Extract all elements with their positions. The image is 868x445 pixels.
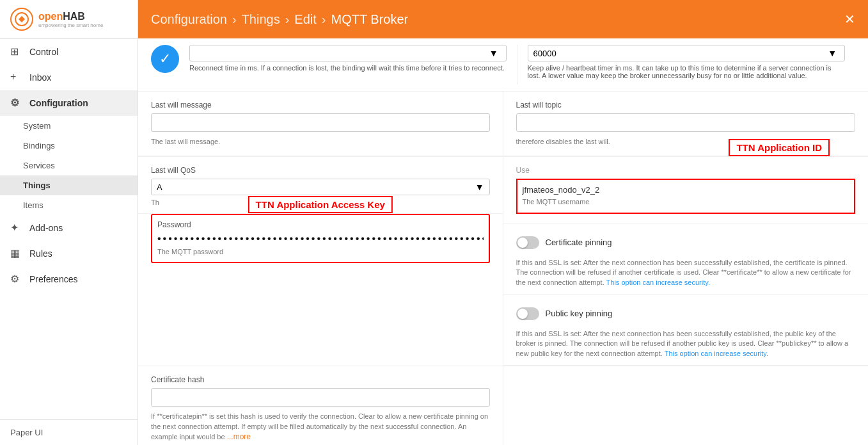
reconnect-help-text: Reconnect time in ms. If a connection is…	[189, 64, 507, 77]
sidebar-item-things[interactable]: Things	[0, 175, 138, 195]
sidebar-nav: ⊞ Control + Inbox ⚙ Configuration System…	[0, 39, 138, 419]
sidebar-item-addons-label: Add-ons	[29, 223, 63, 233]
breadcrumb-things: Things	[242, 12, 280, 27]
pubkey-pinning-label: Public key pinning	[546, 309, 613, 318]
sidebar-item-rules[interactable]: ▦ Rules	[0, 241, 138, 266]
configuration-icon: ⚙	[10, 97, 23, 109]
sidebar-item-bindings[interactable]: Bindings	[0, 136, 138, 156]
pubkey-pinning-toggle-knob	[517, 309, 528, 319]
last-will-message-label: Last will message	[151, 101, 490, 109]
control-icon: ⊞	[10, 45, 23, 58]
inbox-icon: +	[10, 71, 23, 84]
breadcrumb: Configuration › Things › Edit › MQTT Bro…	[151, 12, 408, 27]
sidebar-item-inbox-label: Inbox	[29, 72, 51, 83]
sidebar-item-control-label: Control	[29, 47, 58, 57]
sidebar-item-inbox[interactable]: + Inbox	[0, 65, 138, 90]
breadcrumb-sep-1: ›	[232, 12, 237, 27]
cert-hash-label: Certificate hash	[151, 375, 490, 384]
logo-subtitle: empowering the smart home	[38, 22, 103, 28]
sidebar-footer-paper-ui[interactable]: Paper UI	[0, 419, 138, 445]
content-area: ✓ ▼ Reconnect time in ms. If a connectio…	[138, 38, 868, 445]
password-help: The MQTT password	[157, 247, 484, 257]
ttn-access-key-annotation-label: TTN Application Access Key	[248, 196, 393, 213]
keepalive-help-text: Keep alive / heartbeat timer in ms. It c…	[528, 64, 846, 85]
logo-icon	[10, 8, 33, 31]
sidebar-item-preferences[interactable]: ⚙ Preferences	[0, 266, 138, 292]
cert-pinning-help: If this and SSL is set: After the next c…	[516, 258, 856, 287]
keepalive-value: 60000	[533, 49, 556, 58]
sidebar-item-preferences-label: Preferences	[29, 274, 77, 284]
preferences-icon: ⚙	[10, 273, 23, 286]
username-outer-label: Username	[516, 166, 856, 175]
close-button[interactable]: ✕	[844, 13, 855, 26]
cert-pinning-toggle-knob	[517, 238, 528, 248]
breadcrumb-sep-3: ›	[322, 12, 326, 27]
sidebar-item-rules-label: Rules	[29, 248, 52, 259]
username-value: jfmateos_nodo_v2_2	[523, 185, 849, 195]
cert-pinning-toggle[interactable]	[516, 236, 539, 249]
pubkey-pinning-toggle-row: Public key pinning	[516, 301, 856, 327]
cert-hash-help: If **certificatepin** is set this hash i…	[151, 412, 490, 442]
keepalive-dropdown-button[interactable]: ▼	[825, 48, 839, 58]
pubkey-pinning-link[interactable]: This option can increase security.	[665, 350, 768, 357]
sidebar-item-system[interactable]: System	[0, 116, 138, 136]
logo: openHAB empowering the smart home	[0, 0, 138, 39]
cert-pinning-link[interactable]: This option can increase security.	[606, 279, 710, 286]
reconnect-dropdown-button[interactable]: ▼	[487, 48, 501, 58]
ttn-app-id-annotation-label: TTN Application ID	[729, 139, 830, 156]
last-will-topic-label: Last will topic	[516, 101, 856, 109]
breadcrumb-configuration: Configuration	[151, 12, 227, 27]
cert-hash-input[interactable]	[151, 388, 490, 407]
username-box: jfmateos_nodo_v2_2 The MQTT username	[516, 179, 856, 213]
sidebar-item-configuration-label: Configuration	[29, 98, 88, 108]
main-panel: Configuration › Things › Edit › MQTT Bro…	[138, 0, 868, 445]
last-will-qos-value: A	[157, 182, 162, 192]
last-will-qos-dropdown-button[interactable]: ▼	[475, 182, 484, 192]
breadcrumb-mqtt-broker: MQTT Broker	[331, 12, 408, 27]
cert-pinning-label: Certificate pinning	[546, 238, 612, 247]
last-will-topic-input[interactable]	[516, 113, 856, 132]
pubkey-pinning-help: If this and SSL is set: After the next c…	[516, 329, 856, 359]
sidebar-item-addons[interactable]: ✦ Add-ons	[0, 215, 138, 241]
breadcrumb-sep-2: ›	[285, 12, 290, 27]
page-header: Configuration › Things › Edit › MQTT Bro…	[138, 0, 868, 38]
sidebar-item-services[interactable]: Services	[0, 156, 138, 175]
sidebar-item-configuration[interactable]: ⚙ Configuration	[0, 90, 138, 116]
addons-icon: ✦	[10, 222, 23, 234]
username-help: The MQTT username	[523, 197, 849, 207]
sidebar: openHAB empowering the smart home ⊞ Cont…	[0, 0, 138, 445]
password-input[interactable]	[157, 233, 484, 245]
cert-pinning-toggle-row: Certificate pinning	[516, 230, 856, 255]
last-will-message-help: The last will message.	[151, 137, 490, 147]
last-will-message-input[interactable]	[151, 113, 490, 132]
last-will-qos-label: Last will QoS	[151, 166, 490, 175]
sidebar-item-control[interactable]: ⊞ Control	[0, 39, 138, 65]
password-label: Password	[157, 220, 484, 229]
logo-text-block: openHAB empowering the smart home	[38, 11, 103, 28]
breadcrumb-edit: Edit	[294, 12, 316, 27]
cert-hash-more-link[interactable]: ...more	[227, 432, 251, 441]
check-circle-icon: ✓	[151, 45, 179, 73]
pubkey-pinning-toggle[interactable]	[516, 307, 539, 320]
rules-icon: ▦	[10, 247, 23, 260]
sidebar-item-items[interactable]: Items	[0, 195, 138, 215]
